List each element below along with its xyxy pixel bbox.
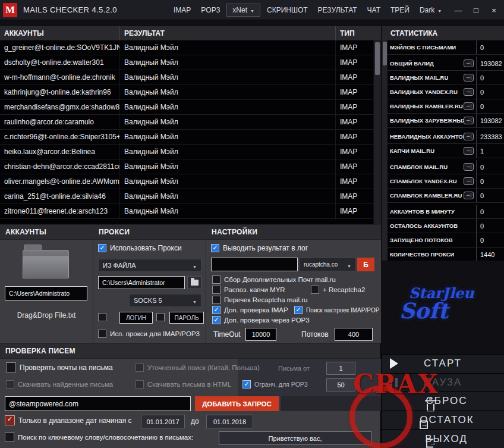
menu-item-результат[interactable]: РЕЗУЛЬТАТ <box>314 4 361 16</box>
action-старт[interactable]: СТАРТ <box>382 355 504 373</box>
timeout-input[interactable] <box>245 328 276 341</box>
column-header-type[interactable]: ТИП <box>336 26 373 40</box>
keyword-search-checkbox[interactable] <box>5 433 14 442</box>
menu-item-dark[interactable]: Dark <box>416 4 445 16</box>
stat-label: ОСТАЛОСЬ АККАУНТОВ <box>388 223 458 229</box>
proxy-panel-title: ПРОКСИ <box>93 224 206 240</box>
action-остаток[interactable]: ОСТАТОК <box>382 411 504 430</box>
proxy-password-input[interactable] <box>169 312 204 324</box>
table-row[interactable]: c.richter96@t-online.de:Sniper3105+ Вали… <box>0 130 373 145</box>
transfer-icon <box>464 59 474 67</box>
table-row[interactable]: w-m-hoffmann@t-online.de:chronik Валидны… <box>0 70 373 85</box>
table-row[interactable]: kathrinjung@t-online.de:kathrin96 Валидн… <box>0 85 373 100</box>
proxy-browse-button[interactable] <box>187 276 201 289</box>
menu-item-скриншот[interactable]: СКРИНШОТ <box>263 4 311 16</box>
close-button[interactable]: × <box>485 0 503 20</box>
action-выход[interactable]: ВЫХОД <box>382 429 504 448</box>
stat-label: КОЛИЧЕСТВО ПРОКСИ <box>388 251 454 258</box>
date-from-input[interactable] <box>141 415 185 428</box>
add-query-button[interactable]: ДОБАВИТЬ ЗАПРОС <box>195 396 279 411</box>
statistics-scrollbar[interactable] <box>382 40 388 261</box>
use-proxy-label: Использовать Прокси <box>110 244 182 252</box>
table-header: АККАУНТЫ РЕЗУЛЬТАТ ТИП <box>0 26 381 40</box>
pop3-limit-input[interactable] <box>326 378 355 391</box>
type-cell: IMAP <box>336 145 373 159</box>
captcha-key-input[interactable] <box>211 258 298 271</box>
recheck-recaptcha-checkbox[interactable] <box>212 296 220 304</box>
table-row[interactable]: dscholty@t-online.de:walter301 Валидный … <box>0 55 373 70</box>
menu-item-трей[interactable]: ТРЕЙ <box>387 4 413 16</box>
stat-row: СПАМБЛОК YANDEX.RU 0 <box>388 174 504 189</box>
stat-label: ВАЛИДНЫХ RAMBLER.RU <box>388 103 463 109</box>
minimize-button[interactable]: — <box>449 0 467 20</box>
table-row[interactable]: carina_251@t-online.de:silvia46 Валидный… <box>0 189 373 204</box>
imap-pop-settings-checkbox[interactable] <box>294 306 303 314</box>
captcha-service-dropdown[interactable]: rucaptcha.co <box>299 258 356 271</box>
collect-mailru-checkbox[interactable] <box>212 275 220 284</box>
stat-row: АККАУНТОВ В МИНУТУ 0 <box>388 205 504 219</box>
query-input[interactable] <box>5 396 191 411</box>
query-list-box[interactable] <box>281 396 381 411</box>
threads-label: Потоков <box>301 330 329 339</box>
stat-value: 1440 <box>476 248 504 261</box>
recaptcha2-checkbox[interactable] <box>311 286 319 294</box>
menu-item-xnet[interactable]: xNet <box>226 4 260 17</box>
proxy-for-imap-checkbox[interactable] <box>98 330 106 338</box>
folder-drop-icon[interactable] <box>23 245 69 279</box>
transfer-icon <box>464 147 474 155</box>
column-header-accounts[interactable]: АККАУНТЫ <box>0 26 120 40</box>
table-row[interactable]: raulinho@arcor.de:caramulo Валидный Мэйл… <box>0 115 373 130</box>
menu-item-label: ТРЕЙ <box>390 6 410 14</box>
action-сброс[interactable]: СБРОС <box>382 391 504 411</box>
play-icon <box>390 358 398 369</box>
check-mail-checkbox[interactable] <box>6 362 16 372</box>
refined-search-checkbox[interactable] <box>136 364 144 372</box>
table-scrollbar[interactable] <box>373 40 381 224</box>
statistics-title: СТАТИСТИКА <box>382 26 504 40</box>
menu-item-label: ЧАТ <box>367 6 380 14</box>
table-row[interactable]: zitrone011@freenet.de:arsch123 Валидный … <box>0 204 373 219</box>
keyword-input[interactable] <box>219 431 371 445</box>
download-html-checkbox[interactable] <box>136 380 144 389</box>
menu-item-чат[interactable]: ЧАТ <box>364 4 384 16</box>
table-row[interactable]: g_greiner@t-online.de:SOoV9TK1JN Валидны… <box>0 40 373 55</box>
table-row[interactable]: oliver.mangels@t-online.de:AWMom Валидны… <box>0 174 373 189</box>
table-row[interactable]: merchandisefans@gmx.de:shadow87 Валидный… <box>0 100 373 115</box>
account-cell: g_greiner@t-online.de:SOoV9TK1JN <box>0 40 120 55</box>
date-range-checkbox[interactable] <box>5 415 15 425</box>
table-row[interactable]: heiko.laux@arcor.de:Belinea Валидный Мэй… <box>0 145 373 159</box>
maximize-button[interactable]: □ <box>467 0 485 20</box>
folder-icon <box>191 280 199 286</box>
settings-panel: НАСТРОЙКИ Выводить результат в лог rucap… <box>206 224 381 343</box>
pop3-check-checkbox[interactable] <box>212 316 220 324</box>
pop3-limit-checkbox[interactable] <box>242 380 251 389</box>
proxy-login-checkbox[interactable] <box>98 313 106 321</box>
proxy-path-input[interactable] <box>98 276 185 289</box>
type-cell: IMAP <box>336 130 373 144</box>
result-cell: Валидный Мэйл <box>120 189 336 203</box>
table-row[interactable]: christian-dehn@arcor.de:ccad2811cc Валид… <box>0 159 373 174</box>
imap-check-checkbox[interactable] <box>212 306 220 314</box>
log-output-checkbox[interactable] <box>211 244 219 252</box>
proxy-login-input[interactable] <box>119 312 153 324</box>
balance-button[interactable]: Б <box>357 258 374 271</box>
letters-from-input[interactable] <box>326 362 355 375</box>
action-пауза[interactable]: ПАУЗА <box>382 373 504 392</box>
table-scrollbar-thumb[interactable] <box>375 42 380 75</box>
titlebar-menu: IMAP POP3 xNet СКРИНШОТ РЕЗУЛЬТАТ ЧАТ ТР… <box>170 0 445 20</box>
proxy-password-checkbox[interactable] <box>156 313 165 321</box>
statistics-scrollbar-thumb[interactable] <box>383 42 387 65</box>
column-header-result[interactable]: РЕЗУЛЬТАТ <box>120 26 336 40</box>
threads-input[interactable] <box>335 328 373 341</box>
proxy-source-dropdown[interactable]: ИЗ ФАЙЛА <box>98 259 201 272</box>
proxy-type-dropdown[interactable]: SOCKS 5 <box>129 294 201 307</box>
accounts-path-input[interactable] <box>5 286 87 300</box>
use-proxy-checkbox[interactable] <box>98 244 106 252</box>
result-cell: Валидный Мэйл <box>120 70 336 84</box>
download-found-checkbox[interactable] <box>6 380 14 389</box>
menu-item-pop3[interactable]: POP3 <box>197 4 223 16</box>
date-to-input[interactable] <box>206 415 253 428</box>
result-cell: Валидный Мэйл <box>120 100 336 114</box>
recognize-captcha-checkbox[interactable] <box>212 286 220 294</box>
menu-item-imap[interactable]: IMAP <box>170 4 194 16</box>
